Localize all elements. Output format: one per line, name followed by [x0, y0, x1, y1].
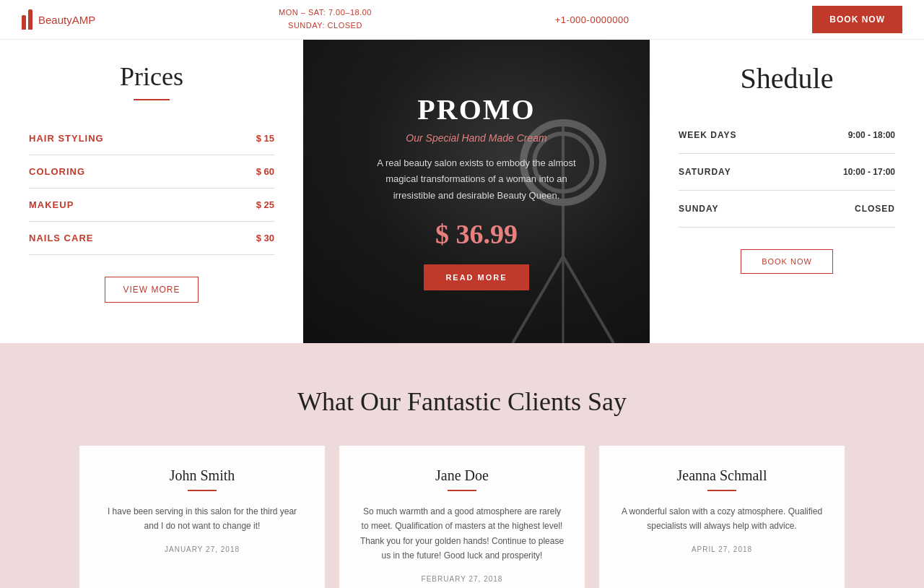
testimonial-divider — [448, 490, 476, 491]
testimonial-text: I have been serving in this salon for th… — [100, 504, 305, 534]
schedule-book-now-button[interactable]: BOOK NOW — [741, 249, 833, 274]
testimonial-name: John Smith — [100, 467, 305, 484]
logo: BeautyAMP — [22, 9, 95, 30]
price-item: COLORING $ 60 — [29, 155, 274, 189]
schedule-list: WEEK DAYS 9:00 - 18:00 SATURDAY 10:00 - … — [679, 117, 895, 228]
price-item-name: HAIR STYLING — [29, 133, 104, 144]
testimonial-text: So much warmth and a good atmosphere are… — [359, 504, 565, 563]
promo-panel: PROMO Our Special Hand Made Cream A real… — [303, 40, 650, 343]
promo-title: PROMO — [417, 92, 535, 126]
testimonial-card: Jane Doe So much warmth and a good atmos… — [339, 446, 585, 588]
price-item-name: MAKEUP — [29, 199, 74, 210]
promo-content: PROMO Our Special Hand Made Cream A real… — [303, 40, 650, 343]
price-item-name: NAILS CARE — [29, 233, 93, 243]
prices-divider — [134, 99, 170, 100]
price-item: HAIR STYLING $ 15 — [29, 122, 274, 155]
schedule-time: 10:00 - 17:00 — [843, 167, 895, 177]
promo-description: A real beauty salon exists to embody the… — [368, 155, 585, 203]
header-book-now-button[interactable]: Book Now — [812, 6, 902, 33]
schedule-day: SUNDAY — [679, 204, 719, 214]
price-item: MAKEUP $ 25 — [29, 189, 274, 222]
hours-line2: SUNDAY: CLOSED — [279, 20, 372, 33]
testimonial-card: John Smith I have been serving in this s… — [79, 446, 325, 588]
logo-icon — [22, 9, 32, 30]
testimonials-grid: John Smith I have been serving in this s… — [65, 446, 859, 588]
schedule-title: Shedule — [679, 61, 895, 95]
view-more-button[interactable]: VIEW MORE — [105, 277, 198, 303]
testimonial-date: FEBRUARY 27, 2018 — [359, 575, 565, 583]
price-item-name: COLORING — [29, 166, 85, 177]
schedule-time: 9:00 - 18:00 — [848, 130, 895, 140]
hours-line1: MON – SAT: 7.00–18.00 — [279, 7, 372, 20]
prices-title: Prices — [29, 61, 274, 92]
testimonial-date: JANUARY 27, 2018 — [100, 545, 305, 553]
price-item-value: $ 15 — [256, 133, 274, 144]
schedule-item: SATURDAY 10:00 - 17:00 — [679, 154, 895, 191]
schedule-day: WEEK DAYS — [679, 130, 737, 140]
schedule-item: SUNDAY CLOSED — [679, 191, 895, 228]
testimonial-name: Jane Doe — [359, 467, 565, 484]
price-item-value: $ 30 — [256, 233, 274, 243]
testimonial-divider — [188, 490, 217, 491]
testimonials-section: What Our Fantastic Clients Say John Smit… — [0, 343, 924, 588]
site-header: BeautyAMP MON – SAT: 7.00–18.00 SUNDAY: … — [0, 0, 924, 40]
prices-panel: Prices HAIR STYLING $ 15 COLORING $ 60 M… — [0, 40, 303, 343]
promo-price: $ 36.99 — [435, 218, 518, 250]
promo-subtitle: Our Special Hand Made Cream — [406, 132, 546, 144]
testimonial-text: A wonderful salon with a cozy atmosphere… — [619, 504, 824, 534]
price-item: NAILS CARE $ 30 — [29, 222, 274, 255]
header-hours: MON – SAT: 7.00–18.00 SUNDAY: CLOSED — [279, 7, 372, 32]
schedule-time: CLOSED — [855, 204, 895, 214]
read-more-button[interactable]: READ MORE — [424, 264, 528, 290]
logo-text: BeautyAMP — [38, 14, 95, 26]
testimonial-divider — [707, 490, 736, 491]
header-phone: +1-000-0000000 — [555, 14, 629, 25]
testimonials-content: What Our Fantastic Clients Say John Smit… — [22, 386, 902, 588]
schedule-day: SATURDAY — [679, 167, 731, 177]
testimonials-title: What Our Fantastic Clients Say — [22, 386, 902, 417]
price-item-value: $ 60 — [256, 166, 274, 177]
schedule-panel: Shedule WEEK DAYS 9:00 - 18:00 SATURDAY … — [650, 40, 924, 343]
schedule-item: WEEK DAYS 9:00 - 18:00 — [679, 117, 895, 154]
price-list: HAIR STYLING $ 15 COLORING $ 60 MAKEUP $… — [29, 122, 274, 255]
testimonial-card: Jeanna Schmall A wonderful salon with a … — [599, 446, 845, 588]
price-item-value: $ 25 — [256, 199, 274, 210]
top-section: Prices HAIR STYLING $ 15 COLORING $ 60 M… — [0, 40, 924, 343]
testimonial-name: Jeanna Schmall — [619, 467, 824, 484]
testimonial-date: APRIL 27, 2018 — [619, 545, 824, 553]
